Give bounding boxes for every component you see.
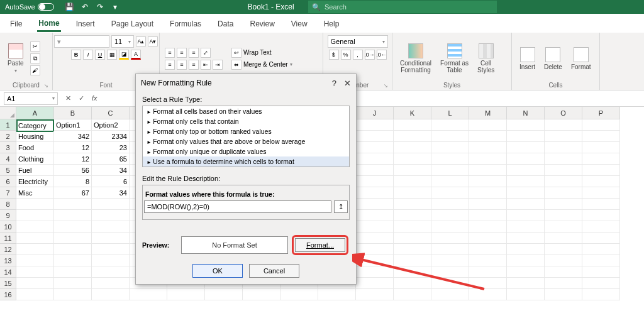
cell[interactable] [545,255,582,266]
close-icon[interactable]: ✕ [344,79,351,88]
cell[interactable] [545,176,582,187]
cell[interactable]: 34 [92,165,130,176]
cell[interactable] [431,165,469,176]
cell[interactable] [16,278,54,289]
cell[interactable] [356,255,394,266]
cell[interactable] [54,210,92,221]
cell[interactable] [16,221,54,233]
cell[interactable]: 12 [54,142,92,153]
cell[interactable] [394,199,431,210]
row-header[interactable]: 12 [0,244,16,255]
rule-type-item[interactable]: Format all cells based on their values [143,106,349,116]
cell[interactable] [507,176,545,187]
cell[interactable] [54,266,92,278]
cancel-formula-icon[interactable]: ✕ [65,94,71,102]
cell[interactable] [356,278,394,289]
tab-home[interactable]: Home [37,19,60,32]
row-header[interactable]: 7 [0,187,16,199]
cell[interactable] [92,233,130,244]
cell[interactable] [507,266,545,278]
cell[interactable] [16,255,54,266]
cell[interactable] [431,233,469,244]
enter-formula-icon[interactable]: ✓ [79,94,84,102]
cell[interactable] [545,289,582,300]
cell[interactable] [356,233,394,244]
cell[interactable]: 12 [54,153,92,165]
cell[interactable]: Food [16,142,54,153]
qat-dropdown-icon[interactable]: ▾ [111,3,119,11]
cell[interactable]: 2334 [92,131,130,142]
rule-type-item[interactable]: Format only unique or duplicate values [143,146,349,156]
cell[interactable] [507,278,545,289]
cell[interactable] [431,119,469,131]
cell[interactable] [507,119,545,131]
cell[interactable] [356,153,394,165]
cell[interactable] [16,266,54,278]
tab-formulas[interactable]: Formulas [169,19,203,31]
cell[interactable] [54,199,92,210]
increase-font-icon[interactable]: A▴ [136,36,146,47]
cell[interactable] [545,165,582,176]
cell[interactable] [545,199,582,210]
cell[interactable] [431,131,469,142]
cell[interactable] [582,142,620,153]
column-header[interactable]: J [356,107,394,119]
cell[interactable] [582,119,620,131]
undo-icon[interactable]: ↶ [80,3,89,11]
cell[interactable] [545,278,582,289]
cell[interactable] [356,289,394,300]
save-icon[interactable]: 💾 [65,3,74,11]
cell[interactable] [582,165,620,176]
cell-styles-button[interactable]: Cell Styles [475,41,497,76]
rule-type-item[interactable]: Format only top or bottom ranked values [143,126,349,136]
format-button[interactable]: Format... [295,238,345,252]
cell[interactable]: 34 [92,187,130,199]
cell[interactable] [356,119,394,131]
cell[interactable] [431,289,469,300]
cell[interactable] [431,221,469,233]
cell[interactable] [469,131,507,142]
rule-type-item[interactable]: Use a formula to determine which cells t… [143,156,349,167]
copy-icon[interactable]: ⧉ [30,53,40,63]
column-header[interactable]: C [92,107,130,119]
cell[interactable] [507,187,545,199]
cell[interactable] [16,233,54,244]
insert-cells-button[interactable]: Insert [517,45,538,73]
cell[interactable] [545,142,582,153]
cell[interactable] [92,199,130,210]
row-header[interactable]: 14 [0,266,16,278]
align-top-icon[interactable]: ≡ [165,48,175,58]
cell[interactable] [92,289,130,300]
cell[interactable] [469,176,507,187]
cell[interactable] [394,255,431,266]
format-painter-icon[interactable]: 🖌 [30,65,40,75]
select-all-corner[interactable] [0,107,16,119]
font-size-select[interactable]: 11▾ [111,35,134,48]
cell[interactable] [92,210,130,221]
name-box[interactable]: A1▾ [4,92,58,105]
cell[interactable] [545,221,582,233]
ok-button[interactable]: OK [192,264,243,278]
fx-icon[interactable]: fx [92,94,97,102]
cell[interactable] [16,289,54,300]
cell[interactable] [356,187,394,199]
cell[interactable] [394,153,431,165]
cell[interactable] [582,233,620,244]
cell[interactable]: Clothing [16,153,54,165]
collapse-dialog-icon[interactable]: ↥ [334,200,348,213]
cell[interactable] [54,255,92,266]
cell[interactable] [394,187,431,199]
rule-type-listbox[interactable]: Format all cells based on their valuesFo… [142,106,350,167]
cell[interactable] [243,289,280,300]
number-format-select[interactable]: General▾ [328,35,388,48]
cell[interactable] [582,244,620,255]
cell[interactable] [582,289,620,300]
cell[interactable]: 23 [92,142,130,153]
cell[interactable] [356,165,394,176]
tab-file[interactable]: File [9,19,23,31]
cell[interactable] [92,255,130,266]
row-header[interactable]: 6 [0,176,16,187]
cell[interactable]: Category [16,119,54,132]
cell[interactable] [92,278,130,289]
underline-icon[interactable]: U [95,50,105,60]
